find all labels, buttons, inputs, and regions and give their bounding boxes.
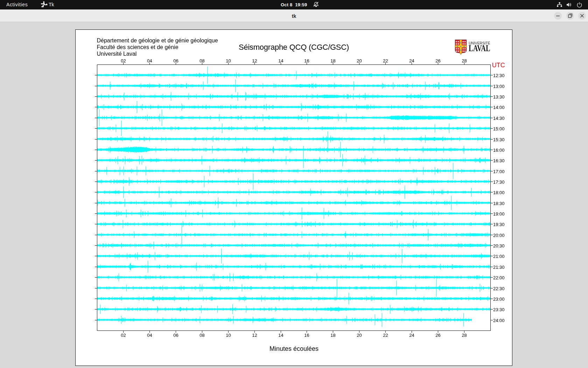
svg-text:LAVAL: LAVAL	[469, 43, 490, 53]
